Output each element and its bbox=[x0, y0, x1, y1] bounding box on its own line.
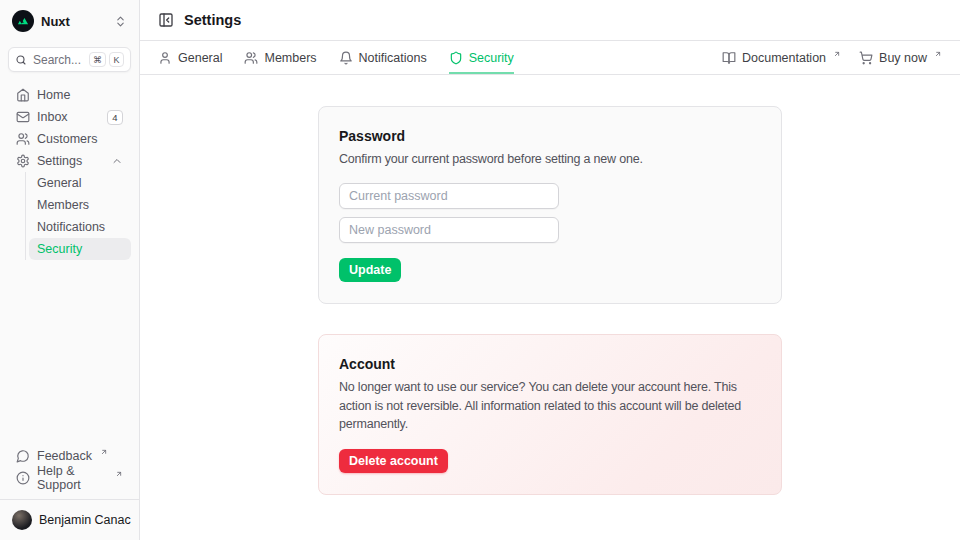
sidebar-item-label: Security bbox=[37, 242, 82, 256]
sidebar-item-label: Notifications bbox=[37, 220, 105, 234]
tab-label: Members bbox=[264, 51, 316, 65]
inbox-count-badge: 4 bbox=[107, 110, 123, 125]
content-area: Password Confirm your current password b… bbox=[140, 75, 960, 540]
password-card: Password Confirm your current password b… bbox=[318, 106, 782, 304]
sidebar-item-settings[interactable]: Settings bbox=[8, 150, 131, 172]
page-header: Settings bbox=[140, 0, 960, 41]
card-description: Confirm your current password before set… bbox=[339, 150, 761, 169]
sidebar-item-label: Members bbox=[37, 198, 89, 212]
nuxt-logo-icon bbox=[12, 10, 34, 32]
tab-general[interactable]: General bbox=[158, 41, 222, 74]
bell-icon bbox=[339, 51, 353, 65]
sidebar-item-label: Customers bbox=[37, 132, 97, 146]
sidebar-footer-links: Feedback Help & Support bbox=[8, 445, 131, 491]
sidebar-item-customers[interactable]: Customers bbox=[8, 128, 131, 150]
update-button[interactable]: Update bbox=[339, 258, 401, 282]
kbd-k: K bbox=[109, 52, 124, 67]
card-description: No longer want to use our service? You c… bbox=[339, 378, 761, 434]
users-icon bbox=[244, 51, 258, 65]
buy-now-link[interactable]: Buy now bbox=[859, 51, 942, 65]
chevron-up-icon bbox=[111, 155, 123, 167]
search-kbd-shortcut: ⌘ K bbox=[89, 52, 124, 67]
tab-security[interactable]: Security bbox=[449, 41, 514, 74]
account-card: Account No longer want to use our servic… bbox=[318, 334, 782, 495]
search-placeholder: Search... bbox=[33, 53, 81, 67]
sidebar-user-section: Benjamin Canac bbox=[0, 499, 139, 540]
tab-members[interactable]: Members bbox=[244, 41, 316, 74]
sidebar-item-home[interactable]: Home bbox=[8, 84, 131, 106]
home-icon bbox=[16, 88, 30, 102]
tab-label: General bbox=[178, 51, 222, 65]
external-link-icon bbox=[934, 50, 942, 58]
action-label: Documentation bbox=[742, 51, 826, 65]
chat-bubble-icon bbox=[16, 449, 30, 463]
page-title: Settings bbox=[184, 12, 241, 28]
sidebar-main: Nuxt Search... ⌘ K bbox=[0, 0, 139, 499]
avatar bbox=[12, 510, 32, 530]
sidebar-item-label: Help & Support bbox=[37, 464, 107, 492]
user-name: Benjamin Canac bbox=[39, 513, 131, 527]
external-link-icon bbox=[833, 50, 841, 58]
chevron-up-down-icon bbox=[114, 15, 127, 28]
sidebar-item-inbox[interactable]: Inbox 4 bbox=[8, 106, 131, 128]
sidebar-item-label: General bbox=[37, 176, 81, 190]
user-icon bbox=[158, 51, 172, 65]
tab-bar: General Members Notifications bbox=[158, 41, 514, 74]
tab-label: Security bbox=[469, 51, 514, 65]
sidebar-item-general[interactable]: General bbox=[29, 172, 131, 194]
shield-icon bbox=[449, 51, 463, 65]
info-circle-icon bbox=[16, 471, 30, 485]
cart-icon bbox=[859, 51, 873, 65]
sidebar-nav: Home Inbox 4 Customers bbox=[8, 84, 131, 260]
settings-submenu: General Members Notifications Security bbox=[25, 172, 131, 260]
sidebar-item-label: Settings bbox=[37, 154, 82, 168]
team-name: Nuxt bbox=[41, 14, 70, 29]
search-icon bbox=[15, 54, 27, 66]
sidebar-item-notifications[interactable]: Notifications bbox=[29, 216, 131, 238]
user-menu[interactable]: Benjamin Canac bbox=[8, 508, 131, 532]
collapse-sidebar-icon[interactable] bbox=[158, 12, 174, 28]
sidebar-item-label: Feedback bbox=[37, 449, 92, 463]
card-title: Password bbox=[339, 128, 761, 144]
tab-label: Notifications bbox=[359, 51, 427, 65]
current-password-field[interactable] bbox=[339, 183, 559, 209]
main-panel: Settings General Members bbox=[140, 0, 960, 540]
documentation-link[interactable]: Documentation bbox=[722, 51, 841, 65]
sidebar-spacer bbox=[8, 260, 131, 445]
card-title: Account bbox=[339, 356, 761, 372]
gear-icon bbox=[16, 154, 30, 168]
delete-account-button[interactable]: Delete account bbox=[339, 449, 448, 473]
inbox-icon bbox=[16, 110, 30, 124]
sidebar-item-members[interactable]: Members bbox=[29, 194, 131, 216]
team-switcher[interactable]: Nuxt bbox=[8, 8, 131, 34]
external-link-icon bbox=[115, 470, 123, 478]
sidebar-item-label: Inbox bbox=[37, 110, 68, 124]
new-password-field[interactable] bbox=[339, 217, 559, 243]
kbd-cmd: ⌘ bbox=[89, 52, 106, 67]
sidebar-item-label: Home bbox=[37, 88, 70, 102]
action-label: Buy now bbox=[879, 51, 927, 65]
users-icon bbox=[16, 132, 30, 146]
app-window: Nuxt Search... ⌘ K bbox=[0, 0, 960, 540]
sidebar: Nuxt Search... ⌘ K bbox=[0, 0, 140, 540]
sidebar-item-help-support[interactable]: Help & Support bbox=[8, 467, 131, 489]
external-link-icon bbox=[100, 448, 108, 456]
search-input[interactable]: Search... ⌘ K bbox=[8, 47, 131, 72]
toolbar-actions: Documentation Buy now bbox=[722, 41, 942, 74]
book-open-icon bbox=[722, 51, 736, 65]
sidebar-item-security[interactable]: Security bbox=[29, 238, 131, 260]
tab-notifications[interactable]: Notifications bbox=[339, 41, 427, 74]
toolbar: General Members Notifications bbox=[140, 41, 960, 75]
